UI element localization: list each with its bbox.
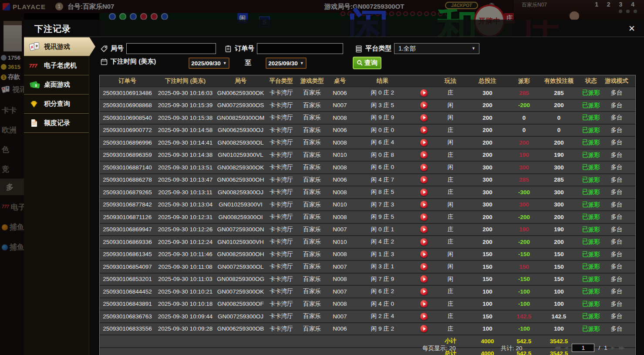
replay-icon[interactable] — [420, 101, 428, 109]
calendar-icon — [100, 58, 108, 66]
cell-bet: 150 — [466, 311, 509, 322]
last-page-icon[interactable]: ▶▶ — [619, 345, 625, 351]
column-header-platform: 平台类型 — [266, 75, 297, 87]
menu-item-slots[interactable]: 777 电子老虎机 — [24, 56, 89, 75]
cell-play — [413, 125, 435, 136]
table-row: 2509301068335562025-09-30 10:09:28GN0062… — [100, 323, 635, 336]
cell-status: 已派彩 — [579, 199, 604, 211]
cell-mode: 多台 — [604, 186, 630, 198]
cell-bet: 200 — [466, 112, 509, 124]
replay-icon[interactable] — [420, 300, 428, 308]
menu-item-table-games[interactable]: $ 桌面游戏 — [24, 75, 89, 95]
cell-round: GN007259300OK — [216, 286, 266, 298]
cell-bet: 200 — [466, 125, 509, 136]
column-header-bet: 总投注 — [466, 75, 509, 87]
cell-platform: 卡卡湾厅 — [266, 298, 297, 310]
menu-item-video-games[interactable]: K9 视讯游戏 — [24, 37, 95, 56]
cell-time: 2025-09-30 10:14:58 — [155, 125, 216, 136]
next-page-icon[interactable]: ▶ — [611, 345, 615, 351]
replay-icon[interactable] — [420, 126, 428, 134]
cell-bet: 200 — [466, 211, 509, 223]
cell-status: 已派彩 — [579, 100, 604, 112]
cell-play — [413, 286, 435, 298]
cell-payout: 285 — [509, 174, 539, 186]
cell-result: 闲 6 庄 2 — [352, 286, 413, 298]
cell-order: 250930106836763 — [100, 311, 155, 322]
close-icon[interactable]: ✕ — [628, 24, 635, 34]
search-button[interactable]: 查询 — [353, 57, 381, 69]
cell-bet: 200 — [466, 236, 509, 248]
cell-play — [413, 274, 435, 285]
replay-icon[interactable] — [420, 139, 428, 146]
prev-page-icon[interactable]: ◀ — [564, 345, 568, 351]
table-row: 2509301068871402025-09-30 10:13:51GN0082… — [100, 162, 635, 174]
cell-play — [413, 174, 435, 186]
replay-icon[interactable] — [420, 313, 428, 320]
cell-order: 250930106877842 — [100, 199, 155, 211]
round-id-input[interactable] — [126, 43, 216, 54]
replay-icon[interactable] — [420, 201, 428, 208]
cell-table: N007 — [327, 100, 352, 112]
cell-table: N008 — [327, 249, 352, 260]
table-footer: 每页显示: 20 共计: 20 ◀◀ ◀ 1 / 1 ▶ ▶▶ — [99, 343, 636, 354]
date-from-picker[interactable]: 2025/09/30 — [189, 57, 229, 69]
replay-icon[interactable] — [420, 238, 428, 246]
cell-valid: 200 — [539, 137, 579, 149]
cell-order: 250930106853201 — [100, 274, 155, 285]
page-input[interactable]: 1 — [572, 344, 594, 352]
cell-game: 百家乐 — [297, 298, 327, 310]
cell-mode: 多台 — [604, 211, 630, 223]
platform-type-select[interactable]: 1.全部 — [394, 43, 479, 54]
column-header-type: 玩法 — [435, 75, 466, 87]
cell-type: 庄 — [435, 174, 466, 186]
cell-type: 庄 — [435, 224, 466, 236]
cell-payout: -100 — [509, 323, 539, 335]
cell-valid: 0 — [539, 125, 579, 136]
cell-payout: -100 — [509, 298, 539, 310]
cell-valid: 200 — [539, 100, 579, 112]
replay-icon[interactable] — [420, 263, 428, 270]
cell-time: 2025-09-30 10:09:28 — [155, 323, 216, 335]
replay-icon[interactable] — [420, 114, 428, 122]
first-page-icon[interactable]: ◀◀ — [554, 345, 560, 351]
replay-icon[interactable] — [420, 275, 428, 283]
table-row: 2509301068963592025-09-30 10:14:38GN0102… — [100, 149, 635, 162]
replay-icon[interactable] — [420, 164, 428, 171]
replay-icon[interactable] — [420, 226, 428, 233]
cell-valid: 190 — [539, 149, 579, 161]
replay-icon[interactable] — [420, 176, 428, 183]
replay-icon[interactable] — [420, 89, 428, 97]
menu-item-credit-records[interactable]: 额度记录 — [24, 114, 89, 133]
cell-status: 已派彩 — [579, 186, 604, 198]
cell-valid: 150 — [539, 274, 579, 285]
replay-icon[interactable] — [420, 189, 428, 196]
cell-result: 闲 4 庄 7 — [352, 174, 413, 186]
cell-time: 2025-09-30 10:11:08 — [155, 261, 216, 273]
cell-type: 闲 — [435, 199, 466, 211]
cell-platform: 卡卡湾厅 — [266, 236, 297, 248]
cell-order: 250930106908868 — [100, 100, 155, 112]
replay-icon[interactable] — [420, 325, 428, 332]
replay-icon[interactable] — [420, 151, 428, 159]
cell-time: 2025-09-30 10:15:39 — [155, 100, 216, 112]
order-id-input[interactable] — [257, 43, 343, 54]
cell-status: 已派彩 — [579, 149, 604, 161]
table-row: 2509301068613452025-09-30 10:11:46GN0082… — [100, 249, 635, 261]
cell-time: 2025-09-30 10:13:11 — [155, 186, 216, 198]
cell-round: GN010259300VH — [216, 236, 266, 248]
menu-item-points-query[interactable]: 积分查询 — [24, 95, 89, 114]
cell-order: 250930106869336 — [100, 236, 155, 248]
date-to-picker[interactable]: 2025/09/30 — [266, 57, 307, 69]
cell-type: 闲 — [435, 137, 466, 149]
cell-mode: 多台 — [604, 112, 630, 124]
cell-status: 已派彩 — [579, 311, 604, 322]
cell-round: GN007259300OJ — [216, 311, 266, 322]
cell-valid: 150 — [539, 249, 579, 260]
cell-game: 百家乐 — [297, 224, 327, 236]
replay-icon[interactable] — [420, 250, 428, 258]
cell-time: 2025-09-30 10:12:24 — [155, 236, 216, 248]
replay-icon[interactable] — [420, 288, 428, 295]
replay-icon[interactable] — [420, 213, 428, 221]
cell-type: 庄 — [435, 211, 466, 223]
cell-order: 250930106879265 — [100, 186, 155, 198]
